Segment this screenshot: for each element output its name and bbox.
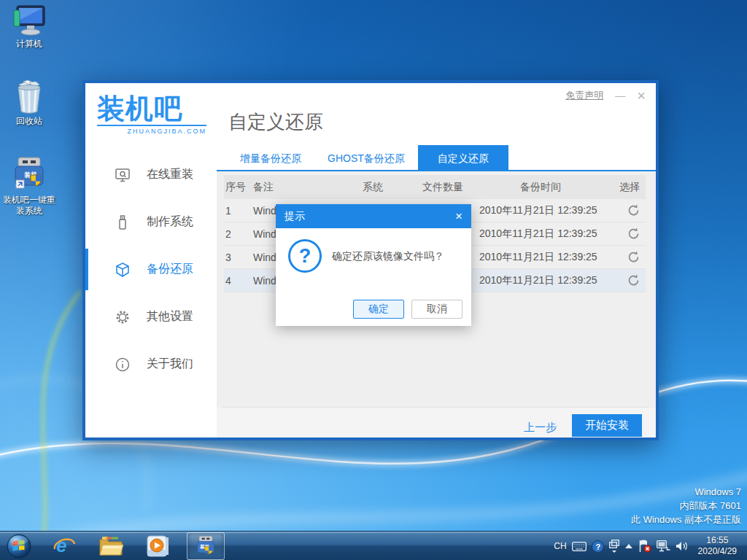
confirm-button[interactable]: 确定	[353, 300, 404, 319]
recycle-bin-icon	[13, 80, 45, 114]
desktop-icon-recycle-bin[interactable]: 回收站	[3, 80, 55, 127]
cell-time: 2010年11月21日 12:39:25	[479, 204, 602, 217]
desktop-icon-label: 计算机	[3, 39, 55, 50]
sidebar-item-label: 其他设置	[147, 309, 193, 324]
window-footer: 上一步 开始安装	[217, 408, 656, 438]
clock-date: 2020/4/29	[698, 546, 737, 557]
backup-restore-icon	[115, 262, 131, 278]
sidebar-item-label: 关于我们	[147, 357, 193, 372]
cell-no: 2	[224, 228, 253, 240]
sidebar-item-online-reinstall[interactable]: 在线重装	[85, 151, 217, 198]
usb-installer-icon: 装机	[195, 535, 217, 557]
usb-installer-icon: 装机	[11, 156, 47, 192]
usb-make-icon	[115, 214, 131, 230]
desktop-icon-label: 回收站	[3, 116, 55, 127]
watermark-line: Windows 7	[631, 485, 741, 499]
desktop-icon-label: 装机吧一键重装系统	[3, 195, 55, 217]
sidebar-item-label: 在线重装	[147, 167, 193, 182]
show-hidden-icons[interactable]	[624, 543, 633, 549]
col-header-count: 文件数量	[422, 181, 479, 194]
col-header-remark: 备注	[253, 181, 363, 194]
back-step-link[interactable]: 上一步	[524, 421, 557, 435]
start-install-button[interactable]: 开始安装	[572, 414, 642, 437]
start-button[interactable]	[3, 532, 35, 560]
taskbar-ie-button[interactable]: e	[45, 532, 83, 560]
sidebar-item-other-settings[interactable]: 其他设置	[85, 293, 217, 341]
clock[interactable]: 16:55 2020/4/29	[694, 535, 741, 557]
explorer-folder-icon	[98, 535, 123, 557]
internet-explorer-icon: e	[53, 534, 76, 558]
help-icon[interactable]: ?	[592, 540, 604, 553]
svg-text:e: e	[56, 534, 66, 556]
page-title: 自定义还原	[228, 109, 323, 135]
cancel-button[interactable]: 取消	[411, 300, 462, 319]
restore-icon[interactable]	[627, 274, 640, 287]
desktop-icon-zhuangjiba[interactable]: 装机 装机吧一键重装系统	[3, 156, 55, 217]
col-header-system: 系统	[363, 181, 422, 194]
sidebar: 在线重装 制作系统 备份还原 其他设置	[85, 145, 217, 438]
sidebar-item-label: 制作系统	[147, 214, 193, 230]
cell-no: 3	[224, 252, 253, 263]
dialog-header: 提示 ×	[276, 204, 471, 228]
restore-icon[interactable]	[627, 251, 640, 263]
restore-icon[interactable]	[627, 204, 640, 217]
tray-app-window-icon[interactable]	[609, 540, 619, 553]
clock-time: 16:55	[698, 535, 737, 546]
table-header-row: 序号 备注 系统 文件数量 备份时间 选择	[224, 175, 646, 199]
volume-icon[interactable]	[676, 540, 689, 552]
taskbar: e	[0, 531, 747, 560]
language-indicator[interactable]: CH	[554, 541, 566, 551]
titlebar-controls: 免责声明 — ×	[565, 89, 646, 102]
watermark-line: 此 Windows 副本不是正版	[631, 513, 741, 526]
tab-custom-restore[interactable]: 自定义还原	[418, 145, 508, 170]
tab-incremental-backup-restore[interactable]: 增量备份还原	[227, 145, 314, 170]
desktop-icon-computer[interactable]: 计算机	[3, 4, 55, 50]
dialog-message: 确定还原该镜像文件吗？	[332, 250, 444, 263]
col-header-time: 备份时间	[479, 181, 602, 194]
cell-time: 2010年11月21日 12:39:25	[479, 274, 602, 287]
minimize-icon[interactable]: —	[615, 90, 625, 101]
cell-no: 4	[224, 275, 253, 287]
sidebar-item-backup-restore[interactable]: 备份还原	[85, 246, 217, 293]
taskbar-explorer-button[interactable]	[92, 532, 130, 560]
online-reinstall-icon	[115, 167, 131, 183]
col-header-no: 序号	[224, 181, 253, 194]
question-icon: ?	[288, 239, 322, 273]
settings-gear-icon	[115, 309, 131, 325]
media-player-icon	[146, 534, 169, 558]
windows-logo-icon	[7, 534, 31, 559]
app-logo: 装机吧 ZHUANGJIBA.COM	[97, 93, 214, 135]
taskbar-zhuangjiba-button[interactable]: 装机	[187, 532, 225, 560]
tab-strip: 增量备份还原 GHOST备份还原 自定义还原	[217, 145, 656, 171]
sidebar-item-label: 备份还原	[147, 262, 193, 277]
sidebar-item-make-system[interactable]: 制作系统	[85, 198, 217, 246]
disclaimer-link[interactable]: 免责声明	[565, 89, 603, 102]
restore-icon[interactable]	[627, 228, 640, 240]
confirm-dialog: 提示 × ? 确定还原该镜像文件吗？ 确定 取消	[276, 204, 471, 326]
desktop: 计算机 回收站 装机 装机吧一键重装系统 Windows 7	[0, 0, 747, 560]
cell-no: 1	[224, 205, 253, 217]
keyboard-icon[interactable]	[572, 542, 587, 551]
logo-domain: ZHUANGJIBA.COM	[97, 125, 206, 135]
dialog-close-icon[interactable]: ×	[455, 210, 462, 222]
sidebar-active-indicator	[85, 249, 88, 290]
logo-text: 装机吧	[97, 93, 182, 124]
computer-icon	[12, 4, 46, 36]
dialog-title: 提示	[285, 210, 455, 223]
windows-watermark: Windows 7 内部版本 7601 此 Windows 副本不是正版	[631, 485, 741, 526]
network-icon[interactable]	[657, 540, 670, 552]
action-center-flag-icon[interactable]	[638, 540, 651, 553]
cell-time: 2010年11月21日 12:39:25	[479, 228, 602, 241]
watermark-line: 内部版本 7601	[631, 499, 741, 513]
tab-ghost-backup-restore[interactable]: GHOST备份还原	[314, 145, 418, 170]
taskbar-media-player-button[interactable]	[139, 532, 177, 560]
system-tray: CH ? 16:55 2020/4	[554, 532, 747, 560]
col-header-select: 选择	[602, 181, 646, 194]
close-icon[interactable]: ×	[637, 90, 646, 101]
about-info-icon	[115, 357, 131, 373]
sidebar-item-about-us[interactable]: 关于我们	[85, 341, 217, 388]
cell-time: 2010年11月21日 12:39:25	[479, 251, 602, 264]
svg-text:?: ?	[595, 542, 600, 551]
